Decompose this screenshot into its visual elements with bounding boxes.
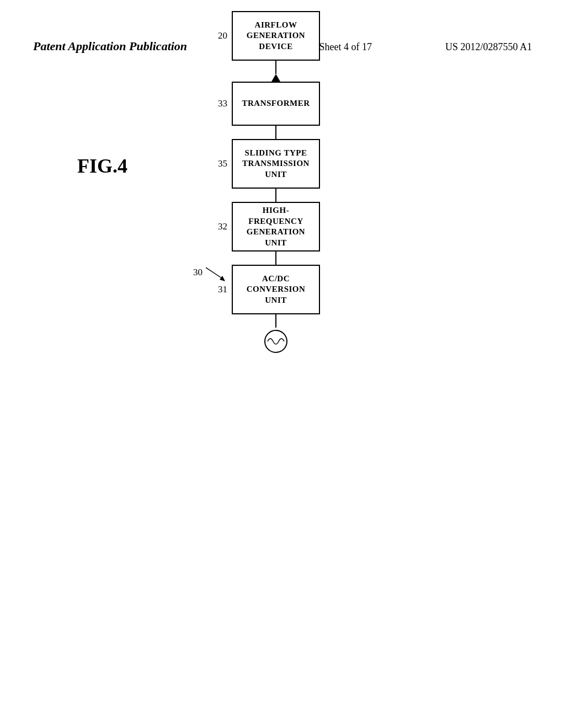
connector-2 [275, 126, 276, 139]
ref-33: 33 [218, 98, 227, 109]
connector-4 [275, 251, 276, 265]
svg-marker-1 [220, 276, 225, 281]
ref-31: 31 [218, 284, 227, 295]
group-ref-30: 30 [193, 265, 228, 281]
patent-number-label: US 2012/0287550 A1 [445, 41, 532, 53]
highfreq-block-wrapper: 32 HIGH-FREQUENCYGENERATIONUNIT [232, 202, 320, 251]
figure-label: FIG.4 [77, 154, 127, 178]
ref-32: 32 [218, 221, 227, 232]
airflow-block: AIRFLOWGENERATIONDEVICE [232, 11, 320, 61]
airflow-block-wrapper: 20 AIRFLOWGENERATIONDEVICE [232, 11, 320, 61]
publication-label: Patent Application Publication [33, 39, 187, 53]
connector-3 [275, 189, 276, 202]
sliding-block-wrapper: 35 SLIDING TYPETRANSMISSIONUNIT [232, 139, 320, 189]
ref-20: 20 [218, 30, 227, 41]
svg-line-0 [206, 267, 222, 279]
ac-power-symbol [262, 328, 290, 355]
connector-1 [271, 61, 280, 82]
acdc-block-wrapper: 31 AC/DCCONVERSIONUNIT [232, 265, 320, 314]
sliding-block: SLIDING TYPETRANSMISSIONUNIT [232, 139, 320, 189]
ref-35: 35 [218, 158, 227, 169]
highfreq-block: HIGH-FREQUENCYGENERATIONUNIT [232, 202, 320, 251]
transformer-block: TRANSFORMER [232, 82, 320, 126]
connector-5 [275, 314, 276, 328]
acdc-block: AC/DCCONVERSIONUNIT [232, 265, 320, 314]
transformer-block-wrapper: 33 TRANSFORMER [232, 82, 320, 126]
svg-point-2 [265, 330, 287, 352]
diagram-column: 20 AIRFLOWGENERATIONDEVICE 33 TRANSFORME… [232, 11, 320, 355]
